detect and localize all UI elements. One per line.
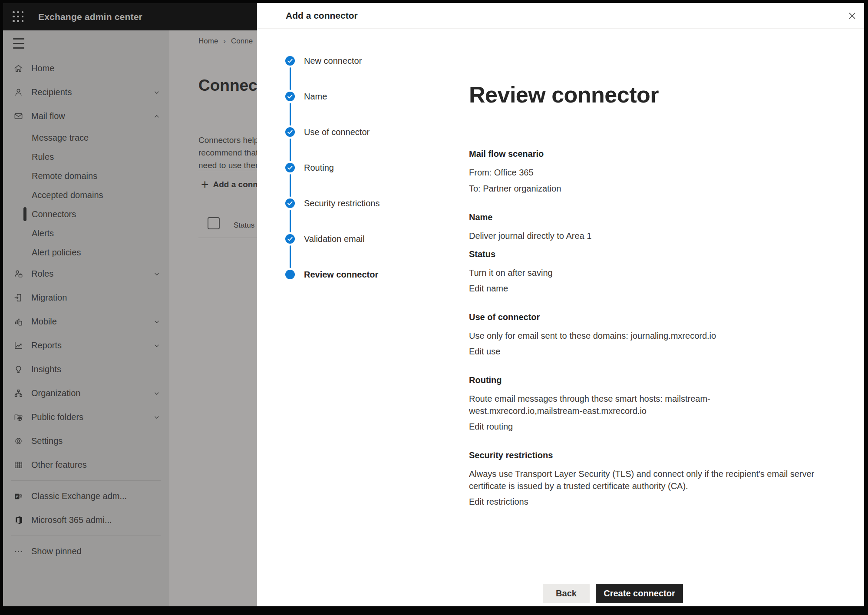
sidebar-item-alert-policies[interactable]: Alert policies	[3, 243, 169, 262]
divider	[198, 171, 257, 171]
section-text: From: Office 365	[469, 166, 821, 179]
back-button[interactable]: Back	[543, 584, 590, 603]
sidebar-item-alerts[interactable]: Alerts	[3, 224, 169, 243]
waffle-icon[interactable]	[13, 11, 24, 23]
add-connector-button[interactable]: + Add a conn	[201, 178, 257, 191]
step-use-of-connector[interactable]: Use of connector	[257, 127, 441, 137]
sidebar-item-message-trace[interactable]: Message trace	[3, 128, 169, 147]
review-section-use-of-connector: Use of connectorUse only for email sent …	[469, 311, 821, 357]
step-security-restrictions[interactable]: Security restrictions	[257, 198, 441, 208]
organization-icon	[13, 388, 23, 399]
wizard-stepper: New connectorNameUse of connectorRouting…	[257, 29, 441, 577]
sidebar-item-home[interactable]: Home	[3, 56, 169, 80]
step-new-connector[interactable]: New connector	[257, 56, 441, 66]
dialog-footer: Back Create connector	[257, 577, 864, 606]
edit-routing-link[interactable]: Edit routing	[469, 420, 513, 433]
step-name[interactable]: Name	[257, 92, 441, 101]
chevron-down-icon	[153, 390, 161, 397]
classic-exchange-icon: E	[13, 491, 23, 502]
sidebar-item-label: Organization	[31, 388, 80, 398]
sidebar-item-insights[interactable]: Insights	[3, 357, 169, 381]
sidebar-item-public-folders[interactable]: Public folders	[3, 405, 169, 429]
sidebar-item-settings[interactable]: Settings	[3, 429, 169, 453]
step-connector-line	[290, 245, 291, 268]
sidebar-item-label: Show pinned	[31, 546, 82, 556]
chevron-up-icon	[153, 112, 161, 120]
sidebar-item-reports[interactable]: Reports	[3, 334, 169, 357]
close-icon[interactable]	[845, 9, 859, 23]
step-label: Review connector	[304, 270, 378, 279]
step-routing[interactable]: Routing	[257, 163, 441, 172]
breadcrumb-home-link[interactable]: Home	[198, 37, 218, 45]
sidebar-item-label: Microsoft 365 admi...	[31, 515, 112, 525]
sidebar-item-label: Classic Exchange adm...	[31, 491, 127, 501]
sidebar-item-microsoft-365-admi[interactable]: Microsoft 365 admi...	[3, 508, 169, 532]
sidebar-item-label: Alert policies	[32, 248, 81, 258]
hamburger-icon[interactable]	[13, 38, 24, 49]
edit-use-link[interactable]: Edit use	[469, 345, 500, 357]
sidebar-item-other-features[interactable]: Other features	[3, 453, 169, 477]
add-connector-dialog: Add a connector New connectorNameUse of …	[257, 3, 864, 606]
section-heading: Routing	[469, 374, 821, 386]
sidebar-item-mobile[interactable]: Mobile	[3, 310, 169, 334]
sidebar-item-accepted-domains[interactable]: Accepted domains	[3, 185, 169, 205]
plus-icon: +	[201, 178, 209, 191]
create-connector-button[interactable]: Create connector	[596, 584, 683, 603]
chevron-down-icon	[153, 89, 161, 96]
sidebar-item-migration[interactable]: Migration	[3, 286, 169, 310]
sidebar-item-label: Accepted domains	[32, 190, 103, 200]
section-heading: Security restrictions	[469, 449, 821, 461]
step-connector-line	[290, 210, 291, 232]
review-sections: Mail flow scenarioFrom: Office 365To: Pa…	[469, 148, 821, 508]
sidebar-item-label: Settings	[31, 436, 63, 446]
status-column-header[interactable]: Status	[234, 221, 254, 230]
migration-icon	[13, 293, 23, 303]
review-section-security-restrictions: Security restrictionsAlways use Transpor…	[469, 449, 821, 508]
reports-icon	[13, 341, 23, 351]
section-text: Always use Transport Layer Security (TLS…	[469, 468, 821, 492]
sidebar-item-connectors[interactable]: Connectors	[3, 205, 169, 224]
page-title: Connect	[198, 76, 257, 95]
app-title: Exchange admin center	[38, 12, 142, 22]
sidebar-item-label: Mobile	[31, 317, 57, 327]
sidebar-item-label: Alerts	[32, 228, 54, 238]
step-review-connector[interactable]: Review connector	[257, 270, 441, 279]
sidebar-item-label: Insights	[31, 364, 61, 374]
sidebar-item-mail-flow[interactable]: Mail flow	[3, 104, 169, 128]
sidebar-item-organization[interactable]: Organization	[3, 381, 169, 405]
sidebar-item-classic-exchange-adm[interactable]: EClassic Exchange adm...	[3, 484, 169, 508]
section-subheading: Status	[469, 248, 821, 260]
edit-name-link[interactable]: Edit name	[469, 282, 508, 294]
sidebar-item-label: Mail flow	[31, 111, 65, 121]
app-window: Exchange admin center HomeRecipientsMail…	[3, 3, 864, 606]
dialog-title: Add a connector	[286, 10, 358, 21]
sidebar-item-label: Recipients	[31, 87, 72, 97]
edit-restrictions-link[interactable]: Edit restrictions	[469, 496, 528, 508]
sidebar-divider	[11, 536, 161, 536]
sidebar-item-roles[interactable]: Roles	[3, 262, 169, 286]
svg-text:E: E	[16, 495, 18, 499]
section-heading: Mail flow scenario	[469, 148, 821, 160]
step-connector-line	[290, 174, 291, 197]
sidebar-item-label: Message trace	[32, 133, 89, 143]
section-text: Deliver journal directly to Area 1	[469, 230, 821, 242]
page-description: Connectors helprecommend thatneed to use…	[198, 134, 257, 172]
step-validation-email[interactable]: Validation email	[257, 234, 441, 244]
sidebar-item-show-pinned[interactable]: Show pinned	[3, 539, 169, 563]
select-all-checkbox[interactable]	[208, 217, 220, 229]
sidebar-item-label: Rules	[32, 152, 54, 162]
sidebar-item-rules[interactable]: Rules	[3, 147, 169, 166]
step-completed-check-icon	[285, 92, 295, 101]
insights-icon	[13, 364, 23, 375]
sidebar-item-recipients[interactable]: Recipients	[3, 80, 169, 104]
sidebar-item-label: Roles	[31, 269, 53, 279]
step-current-dot-icon	[285, 270, 295, 279]
step-connector-line	[290, 103, 291, 126]
dialog-header: Add a connector	[257, 3, 864, 29]
other-features-icon	[13, 460, 23, 470]
sidebar-item-label: Connectors	[32, 209, 76, 219]
review-title: Review connector	[469, 81, 838, 108]
section-text: Route email messages through these smart…	[469, 393, 821, 417]
sidebar-item-remote-domains[interactable]: Remote domains	[3, 166, 169, 185]
step-connector-line	[290, 67, 291, 90]
